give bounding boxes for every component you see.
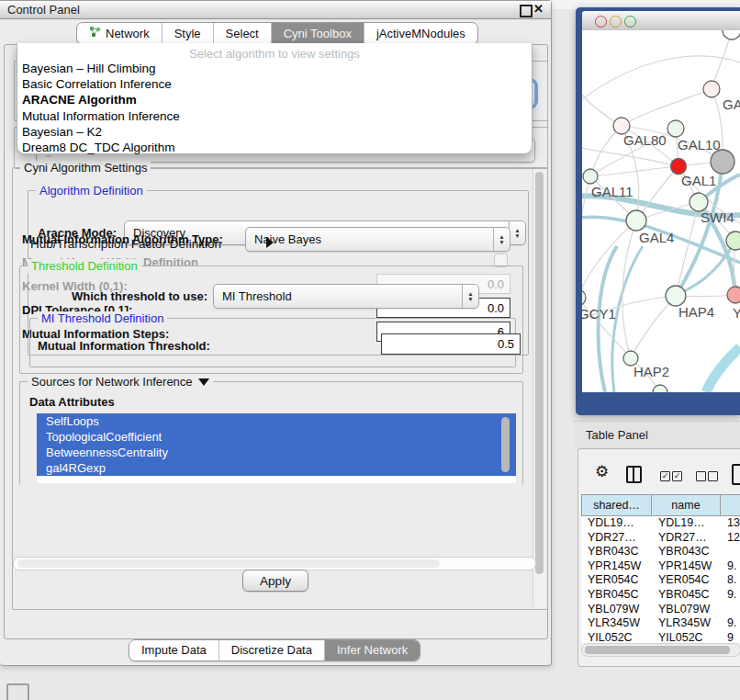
table-row[interactable]: YER054CYER054C8. <box>581 573 740 588</box>
column-header-2[interactable] <box>721 494 740 516</box>
deselect-all-columns-icon[interactable] <box>696 471 706 481</box>
table-cell: YPR145W <box>652 559 721 574</box>
network-node-swi4[interactable] <box>690 193 708 211</box>
network-edge[interactable] <box>622 89 712 126</box>
gear-icon[interactable]: ⚙ <box>595 462 609 481</box>
spinner-arrows-icon[interactable]: ▲▼ <box>509 221 525 244</box>
table-cell: 9 <box>721 631 740 643</box>
algorithm-option-aracne-algorithm[interactable]: ARACNE Algorithm <box>17 92 532 107</box>
column-header-0[interactable]: shared… <box>581 494 652 516</box>
hub-definition-label[interactable]: Hub/Transcription Factor Definition <box>30 237 221 251</box>
collapsed-panel-button[interactable] <box>6 683 29 700</box>
table-cell <box>721 603 740 617</box>
network-edge[interactable] <box>590 126 622 176</box>
mi-algorithm-type-value: Naive Bayes <box>246 232 493 246</box>
mi-threshold-value: 0.5 <box>498 337 514 351</box>
list-item-betweennesscentrality[interactable]: BetweennessCentrality <box>37 445 516 460</box>
algorithm-option-bayesian-k2[interactable]: Bayesian – K2 <box>17 124 532 140</box>
mi-threshold-field[interactable]: 0.5 <box>381 333 521 355</box>
table-panel-titlebar[interactable]: Table Panel <box>574 421 740 449</box>
spinner-arrows-icon[interactable]: ▲▼ <box>493 228 510 251</box>
table-row[interactable]: YDR27…YDR27…12 <box>581 531 740 546</box>
algorithm-option-basic-correlation-inference[interactable]: Basic Correlation Inference <box>17 76 532 92</box>
apply-button[interactable]: Apply <box>242 570 308 592</box>
network-node-gal11[interactable] <box>583 169 598 184</box>
tab-jactivemnodules[interactable]: jActiveMNodules <box>364 23 477 44</box>
close-icon[interactable]: ✕ <box>533 2 544 16</box>
algorithm-option-dream8-dc-tdc-algorithm[interactable]: Dream8 DC_TDC Algorithm <box>17 140 532 155</box>
algorithm-option-mutual-information-inference[interactable]: Mutual Information Inference <box>17 108 532 124</box>
network-node-gcy1[interactable] <box>582 289 586 306</box>
network-node[interactable] <box>726 231 740 250</box>
table-rows: YDL19…YDL19…13YDR27…YDR27…12YBR043CYBR04… <box>581 516 740 643</box>
table-row[interactable]: YLR345WYLR345W9. <box>581 616 740 631</box>
collapse-arrow-icon[interactable] <box>198 378 209 386</box>
algorithm-dropdown-popup: Select algorithm to view settings Bayesi… <box>17 43 533 154</box>
tab-discretize-data[interactable]: Discretize Data <box>219 640 324 660</box>
network-node-gal10[interactable] <box>667 120 684 137</box>
network-node-y[interactable] <box>727 287 740 303</box>
tab-network[interactable]: Network <box>77 23 162 44</box>
minimize-traffic-light-icon[interactable] <box>610 16 622 28</box>
list-item-selfloops[interactable]: SelfLoops <box>37 413 516 429</box>
network-node[interactable] <box>711 150 734 174</box>
list-scrollbar-thumb[interactable] <box>501 417 510 472</box>
algorithm-option-bayesian-hill-climbing[interactable]: Bayesian – Hill Climbing <box>17 61 532 76</box>
network-node-gal4[interactable] <box>626 210 646 231</box>
network-canvas[interactable]: GALGAL80GAL10GAL1GAL11SWI4GAL4GCY1HAP4YH… <box>582 30 740 392</box>
table-cell: YBR043C <box>581 545 652 559</box>
table-cell: YDL19… <box>581 516 652 531</box>
control-panel-titlebar[interactable]: Control Panel ✕ <box>0 1 551 19</box>
settings-vertical-scrollbar[interactable] <box>533 169 546 607</box>
network-edge[interactable] <box>631 296 676 358</box>
data-attributes-list[interactable]: SelfLoopsTopologicalCoefficientBetweenne… <box>37 413 516 483</box>
threshold-definition-groupbox: Threshold Definition Which threshold to … <box>19 265 523 374</box>
table-row[interactable]: YIL052CYIL052C9 <box>581 631 740 643</box>
tab-select[interactable]: Select <box>213 23 271 44</box>
network-edge[interactable] <box>582 147 678 166</box>
control-panel-title: Control Panel <box>7 3 80 17</box>
deselect-all-columns-icon-2[interactable] <box>708 471 718 481</box>
network-node-gal1[interactable] <box>671 159 687 175</box>
new-table-icon[interactable] <box>732 464 740 485</box>
tab-cyni-toolbox[interactable]: Cyni Toolbox <box>271 23 364 44</box>
table-row[interactable]: YBR043CYBR043C <box>581 545 740 559</box>
network-view-titlebar[interactable] <box>582 11 740 31</box>
network-node-label: GCY1 <box>582 306 616 322</box>
sources-groupbox: Sources for Network Inference Data Attri… <box>19 381 523 485</box>
float-icon[interactable] <box>520 5 533 17</box>
network-node-label: Y <box>733 305 740 321</box>
network-node[interactable] <box>723 30 740 40</box>
select-all-columns-icon-2[interactable]: ✓ <box>672 471 682 481</box>
settings-horizontal-scrollbar[interactable] <box>13 557 536 570</box>
column-header-1[interactable]: name <box>652 494 721 516</box>
list-item-gal4rgexp[interactable]: gal4RGexp <box>37 460 516 476</box>
zoom-traffic-light-icon[interactable] <box>624 16 636 28</box>
spinner-arrows-icon[interactable]: ▲▼ <box>462 285 478 308</box>
network-node-label: HAP4 <box>678 304 714 320</box>
which-threshold-combo[interactable]: MI Threshold ▲▼ <box>213 284 479 309</box>
list-item-topologicalcoefficient[interactable]: TopologicalCoefficient <box>37 429 516 445</box>
network-node-gal[interactable] <box>703 81 720 97</box>
table-hscrollbar-thumb[interactable] <box>585 646 730 654</box>
table-row[interactable]: YBR045CYBR045C9. <box>581 588 740 603</box>
select-all-columns-icon[interactable]: ✓ <box>660 471 670 481</box>
network-node-hap4[interactable] <box>666 286 686 306</box>
hscrollbar-thumb[interactable] <box>17 559 440 568</box>
network-node[interactable] <box>653 385 667 392</box>
table-row[interactable]: YBL079WYBL079W <box>581 603 740 617</box>
table-row[interactable]: YDL19…YDL19…13 <box>581 516 740 531</box>
expand-arrow-icon[interactable] <box>266 237 274 248</box>
tab-impute-data[interactable]: Impute Data <box>129 640 219 660</box>
close-traffic-light-icon[interactable] <box>595 16 607 28</box>
network-view-window[interactable]: GALGAL80GAL10GAL1GAL11SWI4GAL4GCY1HAP4YH… <box>576 7 740 415</box>
network-edge-highlighted[interactable] <box>706 347 740 392</box>
split-columns-icon[interactable] <box>626 466 642 483</box>
table-row[interactable]: YPR145WYPR145W9. <box>581 559 740 574</box>
tab-style[interactable]: Style <box>162 23 213 44</box>
table-horizontal-scrollbar[interactable] <box>581 643 740 657</box>
mi-algorithm-type-combo[interactable]: Naive Bayes ▲▼ <box>245 227 510 252</box>
network-edge[interactable] <box>676 202 699 296</box>
tab-infer-network[interactable]: Infer Network <box>324 640 420 660</box>
settings-scrollbar-thumb[interactable] <box>535 172 544 574</box>
